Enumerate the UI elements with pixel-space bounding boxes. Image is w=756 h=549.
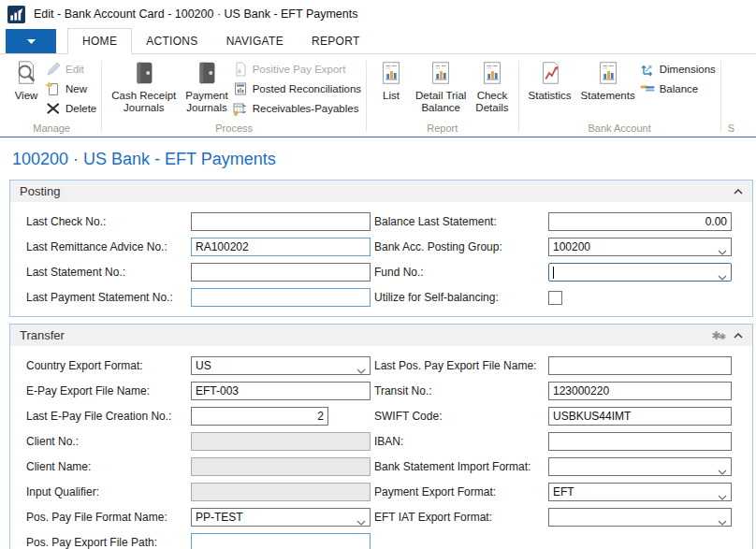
ribbon-group-manage: View Edit New xyxy=(4,56,99,137)
journal-book-icon xyxy=(193,59,221,87)
tab-report[interactable]: REPORT xyxy=(298,28,374,53)
field-label: Input Qualifier: xyxy=(26,485,191,498)
chevron-down-icon xyxy=(718,465,727,478)
ribbon-group-cutoff: S xyxy=(723,56,739,137)
export-document-icon xyxy=(233,62,248,77)
chevron-down-icon xyxy=(718,245,727,258)
group-label-report: Report xyxy=(371,122,513,137)
check-details-button[interactable]: Check Details xyxy=(471,56,513,114)
collapse-posting-button[interactable] xyxy=(734,189,743,195)
ribbon-tab-row: HOME ACTIONS NAVIGATE REPORT xyxy=(0,28,756,54)
field-label: Last Check No.: xyxy=(26,215,191,228)
page-title: 100200 · US Bank - EFT Payments xyxy=(12,150,756,169)
view-button[interactable]: View xyxy=(7,56,46,102)
bank-acc-posting-group-dropdown[interactable]: 100200 xyxy=(548,238,732,256)
transfer-title: Transfer xyxy=(20,328,711,342)
last-epay-file-creation-no-input[interactable] xyxy=(191,407,328,426)
tab-home[interactable]: HOME xyxy=(67,28,132,54)
chevron-down-icon xyxy=(356,515,366,528)
statistics-button[interactable]: Statistics xyxy=(524,56,576,102)
field-label: SWIFT Code: xyxy=(374,410,548,423)
client-no-input xyxy=(191,432,371,451)
pos-pay-export-file-path-input[interactable] xyxy=(191,533,371,549)
field-label: Fund No.: xyxy=(374,266,548,279)
epay-export-file-name-input[interactable] xyxy=(191,382,371,400)
dimensions-button[interactable]: Dimensions xyxy=(640,61,716,77)
journal-book-icon xyxy=(130,59,158,87)
delete-button[interactable]: Delete xyxy=(46,100,96,116)
ribbon-divider xyxy=(101,61,102,132)
edit-pencil-icon xyxy=(46,62,61,77)
report-chart-icon xyxy=(377,59,405,87)
app-icon xyxy=(7,6,25,23)
input-qualifier-input xyxy=(191,483,371,501)
ribbon-divider xyxy=(518,61,519,132)
ribbon-group-report: List Detail Trial Balance Check Details … xyxy=(369,56,516,137)
payment-journals-button[interactable]: Payment Journals xyxy=(181,56,232,114)
chevron-down-icon xyxy=(718,270,727,283)
cash-receipt-journals-button[interactable]: Cash Receipt Journals xyxy=(107,56,181,114)
view-icon xyxy=(12,59,40,87)
list-button[interactable]: List xyxy=(371,56,411,102)
field-label: Last E-Pay File Creation No.: xyxy=(26,410,191,423)
transfer-fasttab: Transfer ✱✱ Country Export Format: US E-… xyxy=(9,324,753,549)
chevron-up-icon xyxy=(734,333,743,339)
receivables-payables-button[interactable]: Receivables-Payables xyxy=(233,100,361,116)
country-export-format-dropdown[interactable]: US xyxy=(191,356,371,375)
field-label: E-Pay Export File Name: xyxy=(26,384,191,397)
statements-button[interactable]: Statements xyxy=(576,56,640,102)
fund-no-dropdown[interactable] xyxy=(548,263,732,282)
receivables-payables-grid-icon xyxy=(233,101,248,116)
dimensions-axes-icon xyxy=(640,62,655,77)
posting-header[interactable]: Posting xyxy=(10,181,752,202)
last-remittance-advice-no-input[interactable] xyxy=(191,238,371,256)
client-name-input xyxy=(191,457,371,476)
report-chart-icon xyxy=(594,59,622,87)
positive-pay-export-button: Positive Pay Export xyxy=(233,61,361,77)
reconciliation-report-icon xyxy=(233,81,248,96)
field-label: Country Export Format: xyxy=(26,359,191,372)
last-check-no-input[interactable] xyxy=(191,212,371,231)
collapse-transfer-button[interactable] xyxy=(734,333,743,339)
group-label-cutoff: S xyxy=(726,122,736,137)
eft-iat-export-format-dropdown[interactable] xyxy=(548,508,732,527)
bank-statement-import-format-dropdown[interactable] xyxy=(548,457,732,476)
field-label: Pos. Pay Export File Path: xyxy=(26,536,191,549)
field-label: Pos. Pay File Format Name: xyxy=(26,511,191,524)
new-document-icon xyxy=(46,81,61,96)
transfer-header[interactable]: Transfer ✱✱ xyxy=(10,325,752,346)
last-pos-pay-export-file-name-input[interactable] xyxy=(548,356,732,375)
field-label: Balance Last Statement: xyxy=(374,215,548,228)
utilize-self-balancing-checkbox[interactable] xyxy=(548,291,562,305)
posting-fasttab: Posting Last Check No.: Last Remittance … xyxy=(9,180,753,317)
chevron-up-icon xyxy=(734,189,743,195)
ribbon-divider xyxy=(366,61,367,132)
last-statement-no-input[interactable] xyxy=(191,263,371,282)
application-menu-button[interactable] xyxy=(6,29,56,53)
chevron-down-icon xyxy=(356,364,366,377)
chevron-down-icon xyxy=(718,490,727,503)
iban-input[interactable] xyxy=(548,432,732,451)
posted-reconciliations-button[interactable]: Posted Reconciliations xyxy=(233,80,361,96)
transit-no-input[interactable] xyxy=(548,382,732,400)
detail-trial-balance-button[interactable]: Detail Trial Balance xyxy=(411,56,471,114)
last-payment-statement-no-input[interactable] xyxy=(191,288,371,307)
tab-navigate[interactable]: NAVIGATE xyxy=(212,28,298,53)
balance-layers-icon xyxy=(640,81,655,96)
field-label: Client No.: xyxy=(26,435,191,448)
ribbon-group-bank-account: Statistics Statements Dimensions xyxy=(521,56,719,137)
new-button[interactable]: New xyxy=(46,80,96,96)
pos-pay-file-format-name-dropdown[interactable]: PP-TEST xyxy=(191,508,371,527)
balance-last-statement-input[interactable] xyxy=(548,212,732,231)
swift-code-input[interactable] xyxy=(548,407,732,426)
field-label: EFT IAT Export Format: xyxy=(374,511,548,524)
edit-button: Edit xyxy=(46,61,96,77)
report-chart-icon xyxy=(427,59,455,87)
group-label-bank-account: Bank Account xyxy=(524,122,716,137)
customize-gears-icon[interactable]: ✱✱ xyxy=(711,329,724,342)
payment-export-format-dropdown[interactable]: EFT xyxy=(548,483,732,501)
group-label-manage: Manage xyxy=(7,122,96,137)
tab-actions[interactable]: ACTIONS xyxy=(132,28,211,53)
balance-button[interactable]: Balance xyxy=(640,80,716,96)
field-label: Last Statement No.: xyxy=(26,266,191,279)
